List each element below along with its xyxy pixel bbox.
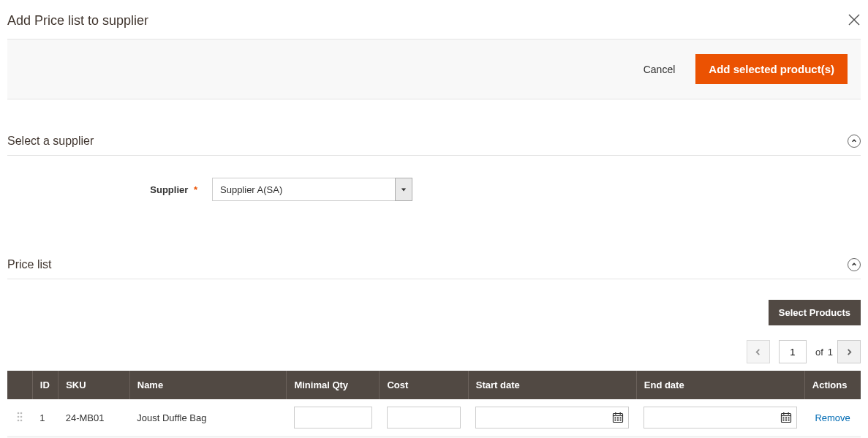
- pager-next-button[interactable]: [837, 340, 861, 363]
- svg-point-6: [20, 415, 23, 418]
- col-header-minqty[interactable]: Minimal Qty: [287, 371, 380, 399]
- svg-rect-21: [783, 412, 785, 415]
- calendar-icon[interactable]: [608, 412, 628, 423]
- end-date-input[interactable]: [644, 407, 776, 428]
- calendar-icon[interactable]: [776, 412, 796, 423]
- chevron-down-icon[interactable]: [395, 178, 412, 201]
- cancel-button[interactable]: Cancel: [644, 64, 676, 75]
- pager-page-input[interactable]: [779, 340, 807, 363]
- section-title-supplier: Select a supplier: [7, 135, 94, 148]
- col-header-name[interactable]: Name: [129, 371, 287, 399]
- svg-rect-23: [783, 418, 785, 419]
- section-title-pricelist: Price list: [7, 258, 51, 271]
- svg-rect-11: [615, 412, 616, 415]
- table-row: 1 24-MB01 Joust Duffle Bag Remove: [7, 399, 861, 437]
- svg-rect-26: [783, 420, 785, 421]
- svg-point-8: [20, 419, 23, 421]
- cell-sku: 24-MB01: [59, 399, 130, 437]
- svg-rect-13: [615, 418, 616, 419]
- pager-of-label: of: [815, 347, 823, 358]
- supplier-label-text: Supplier: [150, 184, 188, 195]
- svg-point-5: [18, 415, 20, 418]
- add-selected-products-button[interactable]: Add selected product(s): [695, 54, 848, 84]
- supplier-label: Supplier *: [7, 184, 212, 195]
- svg-marker-2: [401, 188, 406, 191]
- svg-rect-12: [620, 412, 622, 415]
- svg-rect-22: [788, 412, 790, 415]
- col-header-drag: [7, 371, 32, 399]
- start-date-input[interactable]: [476, 407, 608, 428]
- modal-title: Add Price list to supplier: [7, 13, 148, 29]
- svg-rect-27: [785, 420, 787, 421]
- svg-rect-16: [615, 420, 616, 421]
- required-star: *: [194, 184, 197, 195]
- col-header-cost[interactable]: Cost: [380, 371, 468, 399]
- svg-rect-24: [785, 418, 787, 419]
- remove-link[interactable]: Remove: [815, 412, 850, 423]
- pager-prev-button[interactable]: [747, 340, 770, 363]
- svg-point-3: [18, 412, 20, 414]
- svg-point-4: [20, 412, 23, 414]
- supplier-select[interactable]: [212, 178, 412, 201]
- svg-rect-25: [788, 418, 790, 419]
- svg-rect-18: [620, 420, 622, 421]
- svg-point-7: [18, 419, 20, 421]
- collapse-toggle-supplier[interactable]: [848, 135, 861, 148]
- svg-rect-14: [617, 418, 619, 419]
- col-header-enddate[interactable]: End date: [636, 371, 804, 399]
- svg-rect-17: [617, 420, 619, 421]
- supplier-select-input[interactable]: [212, 178, 395, 201]
- collapse-toggle-pricelist[interactable]: [848, 258, 861, 271]
- price-list-table: ID SKU Name Minimal Qty Cost Start date …: [7, 371, 861, 438]
- col-header-id[interactable]: ID: [32, 371, 58, 399]
- min-qty-input[interactable]: [294, 407, 372, 428]
- start-date-field[interactable]: [475, 407, 629, 428]
- select-products-button[interactable]: Select Products: [769, 300, 861, 325]
- end-date-field[interactable]: [644, 407, 797, 428]
- svg-rect-28: [788, 420, 790, 421]
- col-header-sku[interactable]: SKU: [59, 371, 130, 399]
- cell-name: Joust Duffle Bag: [129, 399, 287, 437]
- col-header-startdate[interactable]: Start date: [468, 371, 636, 399]
- close-icon[interactable]: [848, 13, 861, 29]
- svg-rect-15: [620, 418, 622, 419]
- pager-total: 1: [828, 347, 833, 358]
- cell-id: 1: [32, 399, 58, 437]
- action-bar: Cancel Add selected product(s): [7, 39, 861, 99]
- drag-handle-icon[interactable]: [16, 411, 23, 425]
- cost-input[interactable]: [387, 407, 461, 428]
- col-header-actions: Actions: [804, 371, 861, 399]
